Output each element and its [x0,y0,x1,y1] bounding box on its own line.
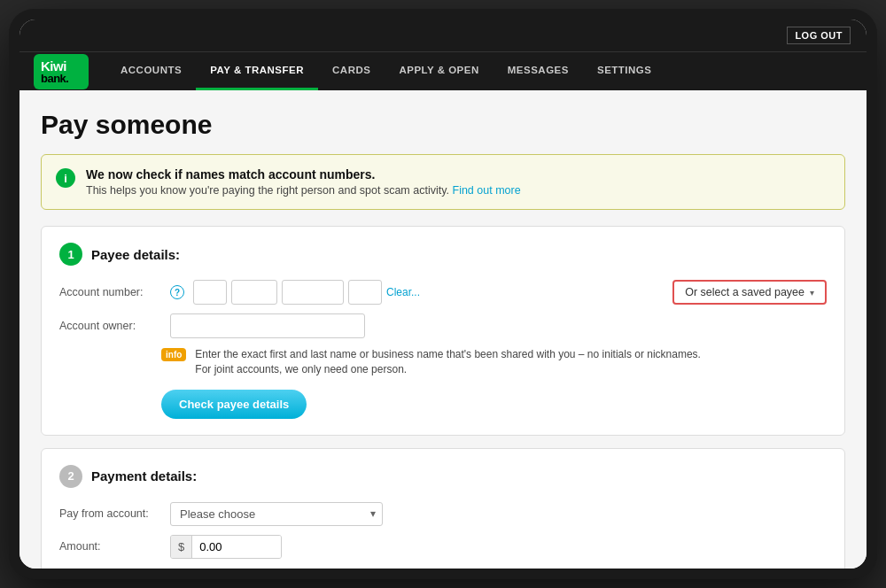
payee-section-title: Payee details: [91,247,180,262]
find-out-more-link[interactable]: Find out more [453,184,521,197]
nav-item-cards[interactable]: CARDS [318,52,385,90]
logo-bank-text: bank. [41,73,68,84]
top-bar: LOG OUT [19,19,867,51]
info-badge-text: Enter the exact first and last name or b… [195,347,701,377]
account-number-fields: Clear... [193,280,664,305]
account-owner-label: Account owner: [59,320,161,332]
payee-section-header: 1 Payee details: [59,243,827,266]
amount-row: Amount: $ [59,535,827,559]
amount-currency: $ [171,536,192,558]
nav-item-accounts[interactable]: ACCOUNTS [106,52,196,90]
info-banner-text: We now check if names match account numb… [86,167,521,197]
account-number-input-2[interactable] [231,280,277,305]
account-owner-input[interactable] [170,313,365,338]
help-icon[interactable]: ? [170,285,184,299]
account-number-input-1[interactable] [193,280,227,305]
amount-wrapper: $ [170,535,282,559]
nav-item-apply-open[interactable]: APPLY & OPEN [385,52,493,90]
payment-details-section: 2 Payment details: Pay from account: Ple… [41,448,845,569]
pay-from-row: Pay from account: Please choose [59,502,827,526]
nav-bar: Kiwi bank. ACCOUNTS PAY & TRANSFER CARDS… [19,51,867,90]
nav-item-messages[interactable]: MESSAGES [494,52,583,90]
pay-from-select-wrapper: Please choose [170,502,383,526]
pay-from-label: Pay from account: [59,507,161,520]
logo-kiwi-text: Kiwi [41,59,66,73]
pay-from-select[interactable]: Please choose [170,502,383,526]
logo[interactable]: Kiwi bank. [34,54,89,89]
nav-items: ACCOUNTS PAY & TRANSFER CARDS APPLY & OP… [106,52,867,90]
info-badge-row: info Enter the exact first and last name… [161,347,827,377]
step-1-badge: 1 [59,243,82,266]
info-circle-icon: i [56,168,75,188]
page-title: Pay someone [41,110,845,140]
amount-label: Amount: [59,540,161,553]
payment-section-title: Payment details: [91,468,197,484]
account-owner-row: Account owner: [59,313,827,338]
payee-details-section: 1 Payee details: Account number: ? Clear… [41,226,845,436]
info-banner-heading: We now check if names match account numb… [86,167,521,182]
nav-item-pay-transfer[interactable]: PAY & TRANSFER [196,52,318,90]
check-payee-button[interactable]: Check payee details [161,390,307,419]
account-number-input-4[interactable] [348,280,382,305]
step-2-badge: 2 [59,465,82,488]
saved-payee-button[interactable]: Or select a saved payee ▾ [672,280,827,305]
logout-button[interactable]: LOG OUT [787,27,851,44]
info-banner: i We now check if names match account nu… [41,154,845,210]
info-badge: info [161,348,186,361]
account-number-row: Account number: ? Clear... Or select a s… [59,280,827,305]
account-number-input-3[interactable] [282,280,344,305]
main-content: Pay someone i We now check if names matc… [19,90,867,569]
chevron-down-icon: ▾ [810,288,814,298]
amount-input[interactable] [192,536,281,558]
clear-link[interactable]: Clear... [386,286,420,298]
nav-item-settings[interactable]: SETTINGS [583,52,666,90]
account-number-label: Account number: [59,286,161,298]
info-banner-body: This helps you know you're paying the ri… [86,184,521,197]
payment-section-header: 2 Payment details: [59,465,827,488]
